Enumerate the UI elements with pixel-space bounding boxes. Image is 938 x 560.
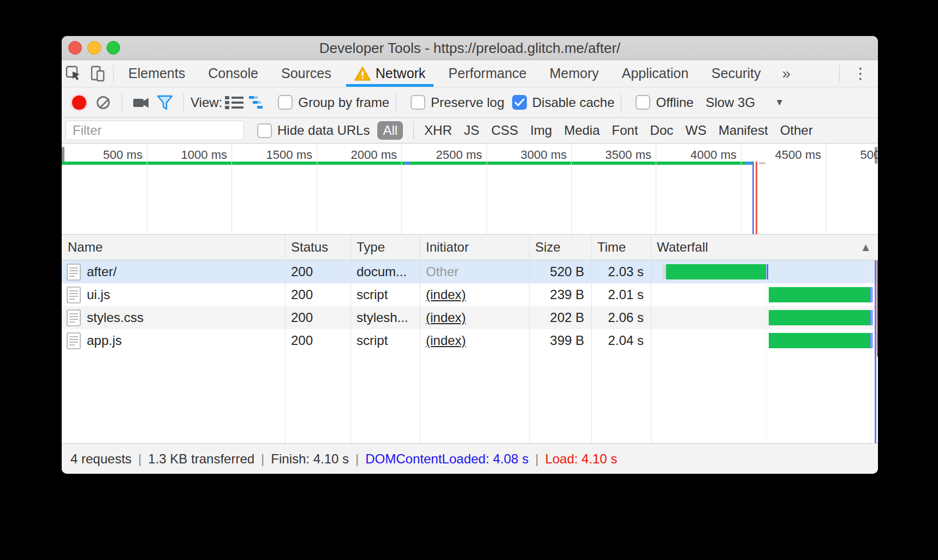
timeline-tick-label: 1000 ms [151,148,227,162]
filter-type-img[interactable]: Img [530,121,552,140]
filter-button[interactable] [153,92,177,114]
waterfall-bar[interactable] [666,264,768,279]
timeline-gridline [656,144,656,234]
throttling-value: Slow 3G [705,95,755,110]
clear-button[interactable] [91,92,115,114]
status-cell: 200 [285,310,351,325]
transferred-size: 1.3 KB transferred [148,451,254,467]
device-toolbar-button[interactable] [86,60,110,87]
timeline-tick-label: 2500 ms [406,148,482,162]
table-row[interactable]: app.js 200 script (index) 399 B 2.04 s [62,329,878,352]
request-name: app.js [87,333,122,348]
title-bar[interactable]: Developer Tools - https://preload.glitch… [62,36,878,60]
column-header-initiator[interactable]: Initiator [420,240,529,255]
initiator-link[interactable]: (index) [426,333,466,348]
show-overview-button[interactable] [246,92,270,114]
devtools-menu-button[interactable]: ⋮ [843,60,878,87]
offline-label: Offline [656,95,693,110]
disable-cache-checkbox[interactable] [512,95,527,110]
filter-type-xhr[interactable]: XHR [424,121,452,140]
column-header-status[interactable]: Status [285,240,351,255]
tab-performance[interactable]: Performance [437,60,538,87]
timeline-tick-label: 1500 ms [236,148,312,162]
table-row[interactable]: styles.css 200 stylesh... (index) 202 B … [62,306,878,329]
column-divider[interactable] [351,235,351,443]
preserve-log-checkbox[interactable] [411,95,425,110]
column-header-name[interactable]: Name [62,240,285,255]
tab-label: Console [208,65,258,81]
offline-checkbox[interactable] [636,95,650,110]
tab-console[interactable]: Console [197,60,270,87]
timeline-tick-label: 5000 ms [830,148,878,162]
timeline-gridline [741,144,741,234]
filter-type-manifest[interactable]: Manifest [719,121,768,140]
filter-input[interactable] [66,121,244,140]
toolbar-separator [122,94,122,111]
waterfall-cell [651,329,878,352]
column-header-size[interactable]: Size [529,240,591,255]
tab-sources[interactable]: Sources [270,60,343,87]
filter-type-js[interactable]: JS [464,121,479,140]
column-divider[interactable] [529,235,530,443]
hide-data-urls-checkbox[interactable] [257,123,272,138]
tab-memory[interactable]: Memory [538,60,610,87]
column-header-type[interactable]: Type [351,240,420,255]
table-row[interactable]: ui.js 200 script (index) 239 B 2.01 s [62,283,878,306]
timeline-tick-label: 4000 ms [660,148,737,162]
kebab-menu-icon: ⋮ [853,64,868,82]
throttling-select[interactable]: Slow 3G ▼ [705,95,784,110]
toolbar-separator [183,94,184,111]
column-divider[interactable] [420,235,420,443]
column-divider[interactable] [651,235,651,443]
tab-network[interactable]: Network [343,60,437,87]
tab-label: Application [622,65,688,81]
column-divider[interactable] [591,235,592,443]
filter-type-all[interactable]: All [377,121,403,140]
filter-type-media[interactable]: Media [564,121,599,140]
dom-content-loaded-line [875,260,876,443]
more-tabs-button[interactable]: » [772,60,800,87]
timeline-gridline [147,144,147,234]
time-cell: 2.04 s [591,333,651,348]
table-header: Name Status Type Initiator Size Time Wat… [62,235,878,260]
column-header-time[interactable]: Time [591,240,651,255]
waterfall-bar[interactable] [769,310,872,325]
status-cell: 200 [285,333,351,348]
record-button[interactable] [67,92,91,114]
waterfall-cell [651,260,878,283]
column-header-waterfall[interactable]: Waterfall ▲ [651,240,878,255]
initiator-link[interactable]: (index) [426,310,466,325]
initiator-link[interactable]: (index) [426,287,466,302]
table-row[interactable]: after/ 200 docum... Other 520 B 2.03 s [62,260,878,283]
requests-table: Name Status Type Initiator Size Time Wat… [62,235,878,443]
dom-content-loaded-line [752,162,754,235]
status-cell: 200 [285,264,351,279]
summary-separator: | [535,451,538,467]
tab-elements[interactable]: Elements [117,60,197,87]
sort-ascending-icon[interactable]: ▲ [860,241,871,254]
tab-label: Sources [281,65,331,81]
waterfall-bar[interactable] [769,287,872,302]
waterfall-bar[interactable] [769,333,872,348]
filter-type-other[interactable]: Other [780,121,813,140]
waterfall-gridline [766,235,767,443]
tab-security[interactable]: Security [700,60,772,87]
tab-application[interactable]: Application [610,60,700,87]
requests-count: 4 requests [70,451,132,467]
filter-type-font[interactable]: Font [612,121,638,140]
timeline-overview[interactable]: 500 ms1000 ms1500 ms2000 ms2500 ms3000 m… [62,144,878,235]
filter-type-doc[interactable]: Doc [650,121,674,140]
capture-screenshots-button[interactable] [129,92,153,114]
filter-type-css[interactable]: CSS [491,121,518,140]
waterfall-cell [651,283,878,306]
column-divider[interactable] [285,235,286,443]
use-large-rows-button[interactable] [222,92,246,114]
time-cell: 2.06 s [591,310,651,325]
group-by-frame-checkbox[interactable] [278,95,293,110]
inspect-element-button[interactable] [62,60,86,87]
active-tab-underline [346,84,434,87]
filter-type-ws[interactable]: WS [685,121,707,140]
waterfall-gridline [871,235,871,443]
timeline-gridline [231,144,232,234]
devtools-window: Developer Tools - https://preload.glitch… [62,36,878,474]
